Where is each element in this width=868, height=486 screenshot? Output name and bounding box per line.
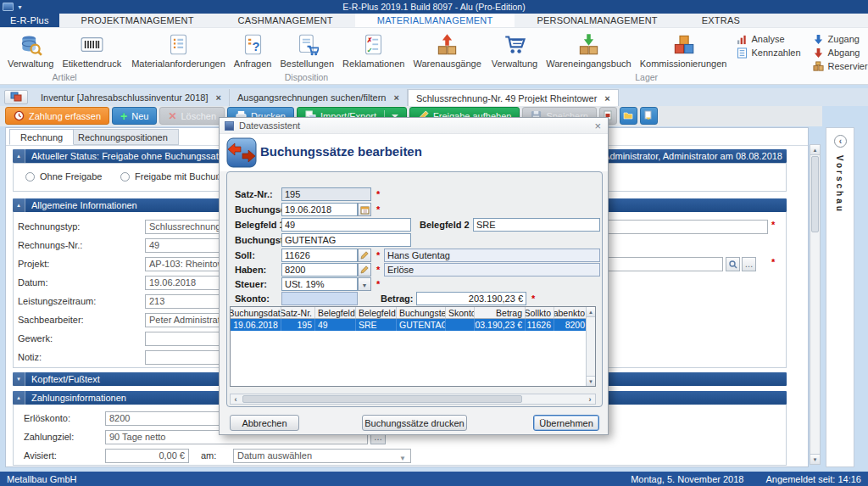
menubar: E-R-Plus PROJEKTMANAGEMENT CASHMANAGEMEN… [0, 14, 868, 28]
table-row-selected[interactable]: 19.06.2018 195 49 SRE GUTENTAG 203.190,2… [231, 319, 595, 331]
menu-tab-extras[interactable]: EXTRAS [680, 14, 762, 27]
close-tab-icon[interactable] [604, 93, 609, 103]
menu-tab-erplus[interactable]: E-R-Plus [0, 14, 59, 27]
ribbon-item-warenausgaenge[interactable]: Warenausgänge [409, 29, 485, 69]
haben-input[interactable]: 8200 [281, 263, 358, 277]
betrag-input[interactable]: 203.190,23 € [416, 292, 526, 305]
window-list-button[interactable] [4, 90, 28, 104]
close-tab-icon[interactable] [216, 92, 221, 103]
toolbar-extra-button-3[interactable] [640, 107, 658, 125]
cart-icon [502, 31, 527, 57]
scroll-down-icon[interactable] [587, 376, 595, 386]
projekt-browse-button[interactable]: … [742, 257, 756, 271]
scroll-up-icon[interactable] [587, 307, 595, 317]
avisiert-datum-select[interactable]: Datum auswählen [233, 449, 411, 463]
required-marker [771, 220, 775, 230]
scroll-left-icon[interactable] [231, 394, 241, 404]
ribbon-item-reklamationen[interactable]: ✗✓ Reklamationen [338, 29, 409, 69]
tab-rechnung[interactable]: Rechnung [9, 129, 74, 145]
soll-input[interactable]: 11626 [281, 249, 358, 262]
ribbon-item-kennzahlen[interactable]: Kennzahlen [731, 46, 805, 59]
ribbon-item-etikettendruck[interactable]: Etikettendruck [58, 29, 125, 69]
buchungssaetze-table[interactable]: Buchungsdat. Satz-Nr. Belegfeld 1 Belegf… [230, 306, 596, 387]
picking-icon [670, 31, 696, 57]
dialog-close-icon[interactable] [594, 120, 601, 132]
tab-rechnungspositionen[interactable]: Rechnungspositionen [67, 129, 179, 145]
ribbon-item-zugang[interactable]: Zugang [808, 32, 868, 46]
belegfeld1-input[interactable]: 49 [281, 218, 411, 232]
dialog-row-buchungsdatum: Buchungsdat.: 19.06.2018 [220, 203, 608, 216]
soll-konto-name: Hans Gutentag [384, 249, 600, 262]
scrollbar-thumb[interactable] [242, 395, 522, 403]
doc-tab-ausgangsrechnungen[interactable]: Ausgangsrechnungen suchen/filtern [230, 89, 408, 106]
neu-button[interactable]: + Neu [112, 107, 157, 125]
required-marker [376, 249, 380, 262]
scroll-right-icon[interactable] [585, 394, 595, 404]
ribbon-item-abgang[interactable]: Abgang [808, 46, 868, 59]
buchungstext-input[interactable]: GUTENTAG [281, 233, 411, 247]
menu-tab-projektmanagement[interactable]: PROJEKTMANAGEMENT [59, 14, 216, 27]
ribbon-item-bestellungen[interactable]: Bestellungen [275, 29, 338, 69]
menu-tab-personalmanagement[interactable]: PERSONALMANAGEMENT [515, 14, 679, 27]
ribbon-item-wareneingangsbuch[interactable]: Wareneingangsbuch [542, 29, 636, 69]
buchungssaetze-drucken-button[interactable]: Buchungssätze drucken [362, 415, 467, 431]
ribbon-item-artikel-verwaltung[interactable]: Verwaltung [3, 29, 58, 69]
soll-edit-button[interactable] [358, 249, 371, 262]
ribbon-item-materialanforderungen[interactable]: Materialanforderungen [127, 29, 230, 69]
calendar-button[interactable] [358, 203, 371, 216]
svg-text:?: ? [252, 40, 259, 53]
belegfeld2-input[interactable]: SRE [473, 218, 600, 232]
goods-issue-icon [435, 31, 460, 57]
goods-receipt-icon [576, 31, 601, 57]
ribbon-item-kommissionierungen[interactable]: Kommissionierungen [636, 29, 732, 69]
chevron-left-icon[interactable] [834, 135, 847, 148]
required-marker [531, 292, 535, 305]
loeschen-button[interactable]: ✕ Löschen [159, 107, 225, 125]
scroll-up-icon[interactable] [810, 145, 820, 155]
collapse-arrow-icon[interactable] [13, 391, 25, 405]
required-marker [376, 277, 380, 291]
expand-arrow-icon[interactable] [13, 372, 25, 386]
ribbon-item-analyse[interactable]: Analyse [731, 32, 805, 46]
booking-arrows-icon [226, 137, 257, 170]
abbrechen-button[interactable]: Abbrechen [230, 415, 299, 431]
ribbon-item-anfragen[interactable]: ? Anfragen [230, 29, 276, 69]
ribbon-item-lager-verwaltung[interactable]: Verwaltung [487, 29, 542, 69]
table-horizontal-scrollbar[interactable] [230, 394, 596, 405]
dialog-row-belegfelder: Belegfeld 1 49 Belegfeld 2 SRE [220, 218, 608, 232]
close-tab-icon[interactable] [393, 92, 398, 103]
chevron-down-icon[interactable] [399, 452, 406, 462]
skonto-input[interactable] [281, 292, 358, 305]
haben-edit-button[interactable] [358, 263, 371, 277]
collapse-arrow-icon[interactable] [13, 198, 25, 212]
avisiert-input[interactable]: 0,00 € [105, 449, 189, 463]
dialog-app-icon [225, 121, 234, 131]
scrollbar-thumb[interactable] [811, 156, 819, 232]
menu-tab-cashmanagement[interactable]: CASHMANAGEMENT [216, 14, 355, 27]
required-marker [376, 187, 380, 201]
radio-freigabe-mit-buchungssatz[interactable] [120, 172, 130, 182]
dialog-titlebar[interactable]: Datevassistent [220, 118, 608, 134]
zahlung-erfassen-button[interactable]: Zahlung erfassen [5, 107, 109, 125]
steuer-select[interactable]: USt. 19% [281, 277, 358, 291]
export-document-icon [643, 110, 654, 122]
scroll-down-icon[interactable] [810, 454, 820, 464]
uebernehmen-button[interactable]: Übernehmen [533, 415, 599, 431]
vertical-scrollbar[interactable] [810, 144, 821, 465]
preview-panel[interactable]: Vorschau [826, 127, 854, 467]
toolbar-extra-button-2[interactable] [620, 107, 637, 125]
menu-tab-materialmanagement[interactable]: MATERIALMANAGEMENT [355, 14, 515, 27]
doc-tab-inventur[interactable]: Inventur [Jahresabschlussinventur 2018] [33, 89, 230, 106]
doc-tab-schlussrechnung[interactable]: Schlussrechnung-Nr. 49 Projekt Rheintowe… [408, 89, 619, 106]
radio-ohne-freigabe[interactable] [25, 172, 35, 182]
table-vertical-scrollbar[interactable] [586, 307, 595, 386]
dialog-row-haben: Haben: 8200 Erlöse [220, 263, 608, 277]
collapse-arrow-icon[interactable] [13, 149, 25, 163]
buchungsdatum-input[interactable]: 19.06.2018 [281, 203, 358, 216]
satznr-input[interactable]: 195 [281, 187, 371, 201]
haben-konto-name: Erlöse [384, 263, 600, 277]
chevron-down-icon [362, 279, 368, 289]
steuer-dropdown-button[interactable] [358, 277, 371, 291]
projekt-search-button[interactable] [726, 257, 740, 271]
ribbon-item-reservierung[interactable]: Reservierung [808, 59, 868, 73]
